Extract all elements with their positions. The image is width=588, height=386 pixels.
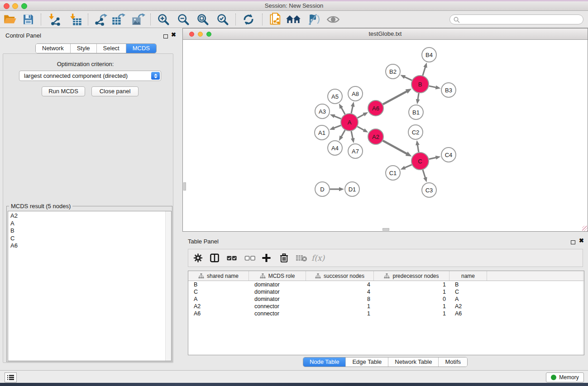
node-label: A3 <box>319 108 326 115</box>
criterion-select[interactable]: largest connected component (directed) <box>19 71 161 81</box>
column-header-predecessor-nodes[interactable]: predecessor nodes <box>374 271 449 281</box>
node-label: A <box>348 119 352 126</box>
window-resize-grip[interactable] <box>582 226 588 231</box>
search-field[interactable] <box>449 14 583 24</box>
new-network-file-icon[interactable] <box>269 13 282 26</box>
zoom-fit-icon[interactable] <box>196 13 209 26</box>
result-item[interactable]: A <box>8 220 171 228</box>
open-folder-icon[interactable] <box>4 14 17 25</box>
edge-C-C1[interactable] <box>404 165 412 168</box>
edge-C-C2[interactable] <box>417 144 419 152</box>
edge-A-A1[interactable] <box>333 125 341 128</box>
float-panel-icon[interactable] <box>163 33 168 40</box>
tab-style[interactable]: Style <box>71 44 97 53</box>
table-row[interactable]: Bdominator41B <box>188 281 584 288</box>
tab-mcds[interactable]: MCDS <box>126 44 156 53</box>
close-panel-button[interactable]: Close panel <box>91 86 139 96</box>
table-scrollbar[interactable] <box>583 271 584 355</box>
edge-A-A8[interactable] <box>351 105 353 113</box>
search-input[interactable] <box>462 15 579 24</box>
run-mcds-button[interactable]: Run MCDS <box>42 86 85 96</box>
maximize-window-button[interactable] <box>21 3 27 9</box>
function-builder-icon[interactable]: f(x) <box>311 253 325 262</box>
tab-motifs[interactable]: Motifs <box>439 357 467 367</box>
zoom-in-icon[interactable] <box>157 13 170 26</box>
edge-A-A2[interactable] <box>358 127 365 131</box>
trash-icon[interactable] <box>279 253 289 263</box>
tab-network[interactable]: Network <box>36 44 71 53</box>
node-label: B3 <box>445 87 452 94</box>
result-list-scrollbar[interactable] <box>165 211 171 361</box>
result-item[interactable]: A6 <box>8 242 171 250</box>
close-table-panel-icon[interactable]: ✖ <box>579 238 584 243</box>
arrowhead-icon <box>351 138 355 143</box>
tab-select[interactable]: Select <box>97 44 126 53</box>
edge-A6-B[interactable] <box>383 91 407 104</box>
edge-A-A6[interactable] <box>358 114 365 118</box>
columns-icon[interactable] <box>209 253 220 263</box>
arrowhead-icon <box>416 140 420 146</box>
gear-icon[interactable] <box>193 253 203 263</box>
edge-B-B3[interactable] <box>429 86 437 88</box>
export-image-icon[interactable] <box>131 13 146 26</box>
edge-A-A3[interactable] <box>334 116 341 119</box>
memory-button[interactable]: Memory <box>546 372 584 382</box>
column-header-shared-name[interactable]: shared name <box>188 271 249 281</box>
deselect-all-icon[interactable] <box>244 253 256 263</box>
eye-icon[interactable] <box>326 14 340 25</box>
column-header-name[interactable]: name <box>449 271 487 281</box>
table-row[interactable]: A2connector11A2 <box>188 303 584 310</box>
edge-B-B2[interactable] <box>404 76 411 80</box>
network-vertical-scrollbar[interactable] <box>183 182 186 191</box>
save-icon[interactable] <box>23 14 34 25</box>
column-header-successor-nodes[interactable]: successor nodes <box>306 271 374 281</box>
zoom-out-icon[interactable] <box>177 13 190 26</box>
edge-B-B4[interactable] <box>423 67 425 76</box>
memory-label: Memory <box>559 374 578 381</box>
edge-A-A7[interactable] <box>351 131 353 139</box>
edge-A-A5[interactable] <box>341 107 345 114</box>
edge-C-C4[interactable] <box>429 157 437 159</box>
workspace: Control Panel ✖ NetworkStyleSelectMCDS O… <box>0 28 588 370</box>
close-window-button[interactable] <box>4 3 10 9</box>
node-table[interactable]: shared nameMCDS rolesuccessor nodesprede… <box>188 271 584 355</box>
import-table-icon[interactable] <box>69 13 82 26</box>
tab-edge-table[interactable]: Edge Table <box>346 357 388 367</box>
column-header-mcds-role[interactable]: MCDS role <box>249 271 306 281</box>
mcds-result-list[interactable]: A2ABCA6 <box>8 211 172 361</box>
table-row[interactable]: Cdominator41C <box>188 288 584 295</box>
add-column-icon[interactable] <box>261 253 272 263</box>
home-icon[interactable] <box>286 14 301 25</box>
result-item[interactable]: C <box>8 235 171 243</box>
app-titlebar[interactable]: Session: New Session <box>0 1 588 11</box>
task-history-button[interactable] <box>5 372 17 382</box>
minimize-window-button[interactable] <box>12 3 18 9</box>
edge-C-C3[interactable] <box>423 170 425 178</box>
result-item[interactable]: A2 <box>8 212 171 220</box>
export-table-icon[interactable] <box>111 13 126 26</box>
edge-A-A4[interactable] <box>341 130 345 137</box>
network-window-titlebar[interactable]: testGlobe.txt <box>183 29 588 40</box>
refresh-layout-icon[interactable] <box>242 13 255 26</box>
network-canvas[interactable]: B4B2BB3B1A5A8A6A3AA1C2A4A7A2CC4C1C3DD1 <box>183 40 588 231</box>
close-network-button[interactable] <box>189 32 194 37</box>
result-item[interactable]: B <box>8 227 171 235</box>
close-panel-icon[interactable]: ✖ <box>171 33 176 37</box>
tab-network-table[interactable]: Network Table <box>388 357 439 367</box>
edge-A2-C[interactable] <box>383 141 407 154</box>
table-row[interactable]: A6connector11A6 <box>188 310 584 317</box>
import-network-icon[interactable] <box>48 13 61 26</box>
select-all-icon[interactable] <box>226 253 238 263</box>
toggle-details-icon[interactable] <box>306 13 320 26</box>
delete-table-icon[interactable] <box>296 253 307 262</box>
network-graph[interactable]: B4B2BB3B1A5A8A6A3AA1C2A4A7A2CC4C1C3DD1 <box>183 40 588 231</box>
maximize-network-button[interactable] <box>206 32 211 37</box>
network-horizontal-scrollbar[interactable] <box>382 228 389 231</box>
export-network-icon[interactable] <box>94 13 108 26</box>
minimize-network-button[interactable] <box>198 32 203 37</box>
table-row[interactable]: Adominator80A <box>188 295 584 303</box>
tab-node-table[interactable]: Node Table <box>303 357 346 367</box>
zoom-selected-icon[interactable] <box>216 13 229 26</box>
edge-B-B1[interactable] <box>418 93 419 100</box>
float-table-panel-icon[interactable] <box>571 239 575 246</box>
